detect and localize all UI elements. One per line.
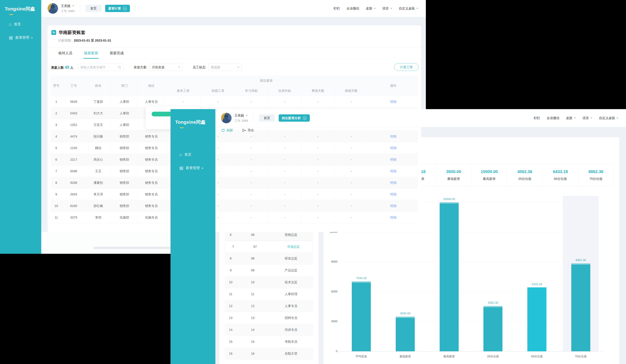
status-select[interactable]: 请选择 <box>208 64 242 71</box>
topnav-item-钉钉[interactable]: 钉钉 <box>534 116 540 120</box>
chevron-down-icon <box>237 67 239 68</box>
toolbar: 刷新 导出 <box>221 128 254 132</box>
table-cell: 销售专员 <box>138 189 165 200</box>
calc-salary-button[interactable]: 计算工资 <box>394 63 419 71</box>
position-row[interactable]: 707市场总监 <box>225 241 313 252</box>
position-seq: 7 <box>227 245 239 248</box>
position-seq: 8 <box>225 252 237 264</box>
bar-50分位值[interactable] <box>527 287 546 351</box>
topnav-item-皮肤[interactable]: 皮肤 <box>566 116 576 120</box>
wallet-icon: ▤ <box>179 165 183 170</box>
stat-card: 4562.3625分位值 <box>507 164 543 186</box>
detail-link[interactable]: 明细 <box>368 96 419 107</box>
payroll-doc-icon: % <box>51 30 56 35</box>
detail-link[interactable]: 明细 <box>368 131 419 142</box>
y-axis-tick-label: 6000 <box>323 290 338 293</box>
position-name: 招聘专员 <box>269 312 313 324</box>
sidebar-item-首页[interactable]: ⌂首页 <box>0 19 41 30</box>
topnav-item-钉钉[interactable]: 钉钉 <box>334 6 340 11</box>
table-cell: - <box>301 96 335 107</box>
tab-calc-done[interactable]: 算薪完成 <box>109 47 124 59</box>
plan-select[interactable]: 月初发放 <box>149 64 183 71</box>
avatar[interactable] <box>48 3 58 14</box>
export-icon <box>242 128 246 132</box>
table-cell: 周乐心 <box>86 154 111 165</box>
detail-link[interactable]: 明细 <box>368 200 419 212</box>
detail-link[interactable]: 明细 <box>368 154 419 165</box>
sidebar-item-薪资管理[interactable]: ▤薪资管理▸ <box>170 162 215 173</box>
sidebar-menu: ⌂首页▤薪资管理▸ <box>0 19 41 43</box>
table-cell: - <box>235 96 268 107</box>
topnav-item-语言[interactable]: 语言 <box>583 116 592 120</box>
tab-home[interactable]: 首页 <box>85 5 101 12</box>
position-row[interactable]: 1414培训专员 <box>225 324 313 336</box>
table-cell: 1245 <box>62 142 86 154</box>
table-cell: 2653 <box>62 189 86 200</box>
bar-value-label: 8862.36 <box>576 259 586 262</box>
topnav-item-自定义桌面[interactable]: 自定义桌面 <box>599 116 618 120</box>
position-seq: 11 <box>225 288 237 300</box>
y-axis-tick-label: 3000 <box>323 320 338 323</box>
search-icon[interactable] <box>118 65 121 69</box>
col-dept: 部门 <box>111 76 138 96</box>
topnav-item-语言[interactable]: 语言 <box>382 6 392 11</box>
avatar[interactable] <box>221 113 232 123</box>
topnav-item-自定义桌面[interactable]: 自定义桌面 <box>399 6 418 11</box>
export-button[interactable]: 导出 <box>242 128 254 132</box>
bar-最高薪资[interactable] <box>440 202 459 351</box>
x-axis-category-label: 50分位值 <box>531 355 543 358</box>
position-row[interactable]: 1212人事专员 <box>225 300 313 312</box>
table-row: 113379李四实施部实施专员------明细 <box>51 212 418 223</box>
topnav-item-企业微信[interactable]: 企业微信 <box>347 6 359 11</box>
tab-check-staff[interactable]: 核对人员 <box>58 47 73 59</box>
position-row[interactable]: 1010技术总监 <box>225 276 313 288</box>
table-cell: 人事部 <box>111 119 138 130</box>
bar-最低薪资[interactable] <box>396 317 415 351</box>
table-cell: - <box>335 177 368 188</box>
refresh-button[interactable]: 刷新 <box>221 128 233 132</box>
bar-25分位值[interactable] <box>483 306 503 351</box>
table-cell: - <box>301 189 335 200</box>
topnav-item-企业微信[interactable]: 企业微信 <box>547 116 559 120</box>
detail-link[interactable]: 明细 <box>368 165 419 177</box>
table-cell: 段问薇 <box>86 131 111 142</box>
table-cell: 6 <box>51 154 62 165</box>
position-row[interactable]: 909产品总监 <box>225 264 313 276</box>
position-row[interactable]: 1616后勤主管 <box>225 348 313 360</box>
col-rank-salary: 职级工资 <box>201 86 235 96</box>
chevron-down-icon[interactable] <box>72 5 74 6</box>
user-employee-id: 工号: 2064 <box>61 9 75 13</box>
table-cell: - <box>301 177 335 188</box>
axis-tick <box>427 351 427 353</box>
bar-value-label: 6433.18 <box>532 283 542 286</box>
table-cell: 孙忆枫 <box>86 200 111 212</box>
detail-link[interactable]: 明细 <box>368 177 419 188</box>
chevron-down-icon[interactable] <box>246 115 248 116</box>
close-icon[interactable]: × <box>303 116 307 120</box>
search-input[interactable] <box>80 65 118 69</box>
tab-position-analysis[interactable]: 岗位薪资分析 × <box>279 114 310 122</box>
bar-平均实发[interactable] <box>352 281 371 351</box>
tab-salary-calc[interactable]: 薪资计算 × <box>105 5 130 12</box>
detail-link[interactable]: 明细 <box>368 212 419 223</box>
bar-75分位值[interactable] <box>571 263 590 351</box>
col-empno: 工号 <box>62 76 86 96</box>
detail-link[interactable]: 明细 <box>368 142 419 154</box>
position-name: 培训专员 <box>269 324 313 336</box>
tab-calc-salary[interactable]: 核算薪资 <box>83 47 99 59</box>
position-code: 15 <box>237 336 269 348</box>
table-row: 92653李天泽销售部销售专员------明细 <box>51 189 418 200</box>
sidebar-item-首页[interactable]: ⌂首页 <box>170 149 215 160</box>
sidebar-item-薪资管理[interactable]: ▤薪资管理▸ <box>0 32 41 43</box>
position-row[interactable]: 1111人事经理 <box>225 288 313 300</box>
position-row[interactable]: 1313招聘专员 <box>225 312 313 324</box>
close-icon[interactable]: × <box>123 6 127 10</box>
detail-link[interactable]: 明细 <box>368 189 419 200</box>
position-seq: 15 <box>225 336 237 348</box>
tab-home[interactable]: 首页 <box>259 114 275 122</box>
position-row[interactable]: 1515考勤专员 <box>225 336 313 348</box>
position-seq: 16 <box>225 348 237 359</box>
stat-card: 8862.3675分位值 <box>578 164 614 186</box>
topnav-item-皮肤[interactable]: 皮肤 <box>366 6 376 11</box>
position-row[interactable]: 808研发总监 <box>225 252 313 264</box>
